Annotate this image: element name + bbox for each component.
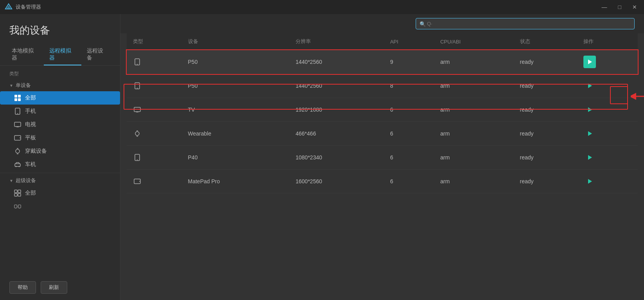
cell-type-0 <box>127 50 182 74</box>
watch-icon <box>133 129 142 138</box>
table-row: Wearable 466*466 6 arm ready <box>127 122 638 146</box>
svg-rect-33 <box>134 107 140 112</box>
svg-rect-36 <box>135 132 139 136</box>
sidebar-header: 我的设备 <box>0 14 120 43</box>
refresh-button[interactable]: 刷新 <box>41 281 67 294</box>
sidebar-item-wearable-label: 穿戴设备 <box>25 148 47 155</box>
svg-rect-8 <box>14 122 21 127</box>
play-triangle-icon <box>587 155 592 160</box>
car-icon <box>14 161 21 168</box>
svg-marker-42 <box>588 155 592 160</box>
play-button-2[interactable] <box>583 103 596 116</box>
svg-marker-39 <box>588 131 592 136</box>
svg-rect-5 <box>18 98 21 101</box>
sidebar-item-tv[interactable]: 电视 <box>0 118 120 131</box>
cell-cpu-0: arm <box>434 50 514 74</box>
play-button-0[interactable] <box>583 56 596 68</box>
cell-device-3: Wearable <box>182 122 290 146</box>
cell-resolution-4: 1080*2340 <box>289 146 384 170</box>
tab-local-emulator[interactable]: 本地模拟器 <box>6 43 44 65</box>
expand-arrow-icon: ▼ <box>9 83 13 88</box>
cell-type-3 <box>127 122 182 146</box>
group-super-label: 超级设备 <box>16 177 36 184</box>
sidebar-item-tablet[interactable]: 平板 <box>0 131 120 145</box>
svg-rect-12 <box>16 149 20 153</box>
help-button[interactable]: 帮助 <box>9 281 36 294</box>
col-type: 类型 <box>127 33 182 50</box>
grid2-icon <box>14 190 21 197</box>
sidebar: 我的设备 本地模拟器 远程模拟器 远程设备 类型 ▼ 单设备 全部 <box>0 14 120 300</box>
cell-status-3: ready <box>514 122 577 146</box>
sidebar-item-car-label: 车机 <box>25 161 36 168</box>
table-row: P40 1080*2340 6 arm ready <box>127 146 638 170</box>
category-header: 类型 <box>0 66 120 80</box>
svg-point-7 <box>17 113 18 114</box>
title-bar: 设备管理器 — □ ✕ <box>0 0 644 14</box>
svg-point-23 <box>15 208 16 208</box>
minimize-button[interactable]: — <box>599 3 610 11</box>
app-title: 设备管理器 <box>16 4 41 11</box>
cell-cpu-3: arm <box>434 122 514 146</box>
table-header-row: 类型 设备 分辨率 API CPU/ABI 状态 操作 <box>127 33 638 50</box>
play-button-3[interactable] <box>583 127 596 140</box>
maximize-button[interactable]: □ <box>616 3 624 11</box>
search-icon: 🔍 <box>420 21 426 27</box>
svg-marker-29 <box>588 60 592 64</box>
svg-marker-1 <box>6 5 11 9</box>
cell-resolution-1: 1440*2560 <box>289 74 384 98</box>
cell-status-1: ready <box>514 74 577 98</box>
tablet-icon <box>133 177 142 186</box>
play-button-4[interactable] <box>583 151 596 164</box>
cell-action-1 <box>577 74 638 98</box>
svg-marker-45 <box>588 179 592 184</box>
tab-remote-device[interactable]: 远程设备 <box>81 43 114 65</box>
multi-device-icon: + <box>14 203 21 210</box>
cell-type-2 <box>127 98 182 122</box>
cell-api-3: 6 <box>384 122 434 146</box>
phone-icon <box>133 153 142 162</box>
sidebar-bottom: 帮助 刷新 <box>0 275 120 300</box>
cell-api-1: 8 <box>384 74 434 98</box>
cell-resolution-2: 1920*1080 <box>289 98 384 122</box>
group-single-device[interactable]: ▼ 单设备 <box>0 80 120 91</box>
play-triangle-icon <box>587 107 592 112</box>
cell-device-1: P50 <box>182 74 290 98</box>
table-head: 类型 设备 分辨率 API CPU/ABI 状态 操作 <box>127 33 638 50</box>
col-action: 操作 <box>577 33 638 50</box>
cell-type-5 <box>127 170 182 193</box>
svg-text:+: + <box>17 205 19 208</box>
sidebar-item-wearable[interactable]: 穿戴设备 <box>0 145 120 158</box>
svg-marker-32 <box>588 83 592 88</box>
tab-remote-emulator[interactable]: 远程模拟器 <box>44 43 81 65</box>
sidebar-item-car[interactable]: 车机 <box>0 158 120 171</box>
col-status: 状态 <box>514 33 577 50</box>
play-button-1[interactable] <box>583 80 596 92</box>
watch-icon <box>14 148 21 155</box>
sidebar-item-phone[interactable]: 手机 <box>0 105 120 118</box>
svg-rect-18 <box>14 190 17 193</box>
sidebar-item-multi-device[interactable]: + <box>0 200 120 213</box>
cell-device-5: MatePad Pro <box>182 170 290 193</box>
close-button[interactable]: ✕ <box>630 3 639 11</box>
cell-status-0: ready <box>514 50 577 74</box>
title-bar-left: 设备管理器 <box>5 3 41 11</box>
divider <box>0 173 120 173</box>
sidebar-item-tablet-label: 平板 <box>25 134 36 141</box>
table-row: MatePad Pro 1600*2560 6 arm ready <box>127 170 638 193</box>
play-button-5[interactable] <box>583 175 596 188</box>
sidebar-title: 我的设备 <box>9 24 50 36</box>
search-wrapper: 🔍 <box>416 18 635 29</box>
svg-point-11 <box>20 137 20 138</box>
group-super-device[interactable]: ▼ 超级设备 <box>0 175 120 186</box>
cell-cpu-2: arm <box>434 98 514 122</box>
expand-arrow-super-icon: ▼ <box>9 179 13 183</box>
main-layout: 我的设备 本地模拟器 远程模拟器 远程设备 类型 ▼ 单设备 全部 <box>0 14 644 300</box>
sidebar-item-all[interactable]: 全部 <box>0 91 120 105</box>
sidebar-item-super-all[interactable]: 全部 <box>0 186 120 200</box>
app-logo-icon <box>5 3 13 11</box>
svg-point-31 <box>137 88 138 89</box>
tv-icon <box>14 121 21 128</box>
search-input[interactable] <box>416 18 635 29</box>
sidebar-item-all-label: 全部 <box>25 94 36 101</box>
col-resolution: 分辨率 <box>289 33 384 50</box>
